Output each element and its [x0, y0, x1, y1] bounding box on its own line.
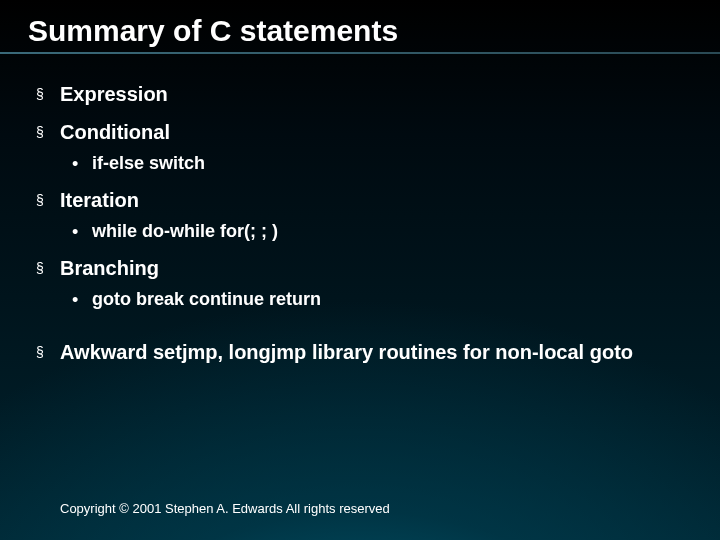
section-bullet-icon: §	[36, 256, 46, 280]
title-underline	[0, 52, 720, 54]
slide-title: Summary of C statements	[28, 14, 692, 48]
list-sublabel: while do-while for(; ; )	[92, 220, 278, 242]
section-bullet-icon: §	[36, 120, 46, 144]
list-item: § Conditional	[36, 120, 692, 144]
list-item: § Iteration	[36, 188, 692, 212]
list-subitem: • goto break continue return	[72, 288, 692, 310]
section-bullet-icon: §	[36, 188, 46, 212]
list-label: Expression	[60, 82, 168, 106]
list-item: § Awkward setjmp, longjmp library routin…	[36, 340, 692, 364]
list-item: § Branching	[36, 256, 692, 280]
dot-bullet-icon: •	[72, 222, 80, 242]
list-subitem: • while do-while for(; ; )	[72, 220, 692, 242]
list-label: Awkward setjmp, longjmp library routines…	[60, 340, 633, 364]
list-label: Conditional	[60, 120, 170, 144]
list-subitem: • if-else switch	[72, 152, 692, 174]
section-bullet-icon: §	[36, 340, 46, 364]
slide-body: § Expression § Conditional • if-else swi…	[28, 82, 692, 364]
list-sublabel: if-else switch	[92, 152, 205, 174]
dot-bullet-icon: •	[72, 154, 80, 174]
dot-bullet-icon: •	[72, 290, 80, 310]
list-item: § Expression	[36, 82, 692, 106]
list-sublabel: goto break continue return	[92, 288, 321, 310]
list-label: Iteration	[60, 188, 139, 212]
section-bullet-icon: §	[36, 82, 46, 106]
copyright-notice: Copyright © 2001 Stephen A. Edwards All …	[60, 501, 390, 516]
list-label: Branching	[60, 256, 159, 280]
slide: Summary of C statements § Expression § C…	[0, 0, 720, 540]
